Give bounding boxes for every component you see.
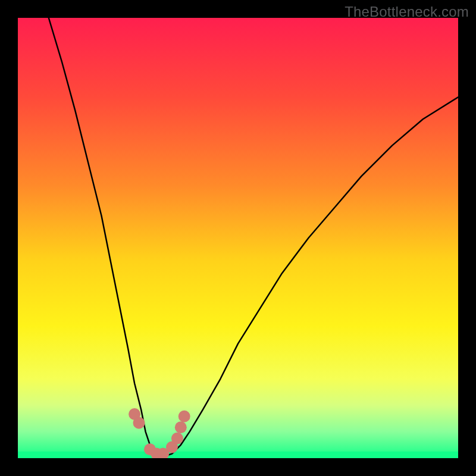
highlight-marker [178,411,190,422]
curve-layer [18,18,458,458]
bottleneck-curve [49,18,458,456]
watermark-text: TheBottleneck.com [345,4,469,20]
highlight-marker [175,421,187,433]
plot-area [18,18,458,458]
chart-frame: TheBottleneck.com [0,0,476,476]
highlight-marker [171,433,183,444]
highlight-marker [133,417,145,429]
highlight-markers [129,408,190,458]
